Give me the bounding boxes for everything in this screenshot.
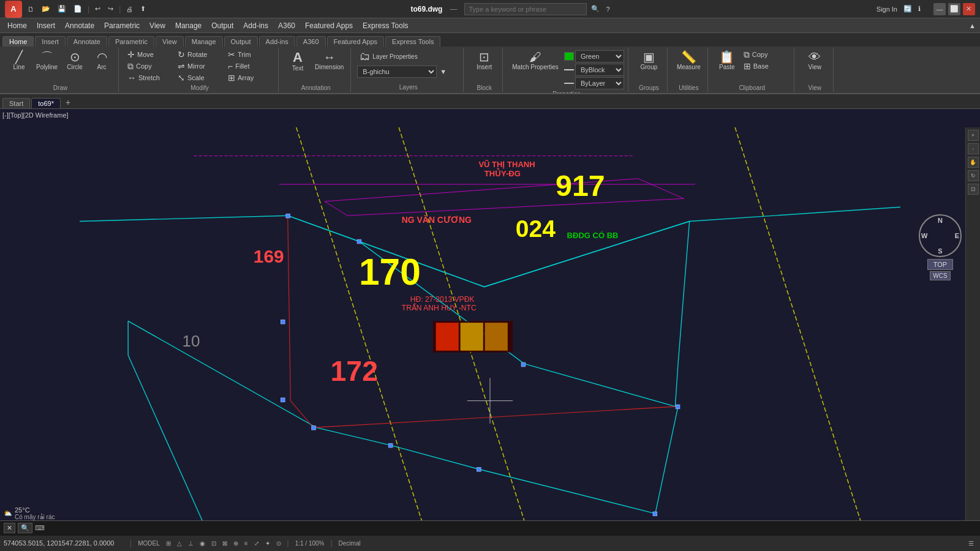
extents-btn[interactable]: ⊡ xyxy=(968,184,979,195)
model-btn[interactable]: MODEL xyxy=(135,537,162,549)
stretch-btn[interactable]: ↔ Stretch xyxy=(125,72,174,83)
menu-addins[interactable]: Add-ins xyxy=(238,20,273,31)
paste-btn[interactable]: 📋 Paste xyxy=(714,49,740,83)
menu-home[interactable]: Home xyxy=(2,20,32,31)
sel-btn[interactable]: ⊙ xyxy=(274,537,284,549)
orbit-btn[interactable]: ↻ xyxy=(968,170,979,181)
ribbon-toggle[interactable]: ▲ xyxy=(967,21,978,30)
print-btn[interactable]: 🖨 xyxy=(124,5,135,13)
qp-btn[interactable]: ✦ xyxy=(263,537,273,549)
cmd-close-btn[interactable]: ✕ xyxy=(4,523,15,533)
tab-output[interactable]: Output xyxy=(224,36,258,47)
search-btn[interactable]: 🔍 xyxy=(589,4,601,13)
menu-insert[interactable]: Insert xyxy=(32,20,60,31)
tab-view[interactable]: View xyxy=(156,36,184,47)
canvas-area[interactable]: VŨ THỊ THANH THỦY-ĐG 917 NG VĂN CƯƠNG 02… xyxy=(0,127,980,520)
group-btn[interactable]: ▣ Group xyxy=(635,49,663,83)
mirror-btn[interactable]: ⇌ Mirror xyxy=(175,61,224,72)
tab-parametric[interactable]: Parametric xyxy=(108,36,154,47)
linetype2-dropdown[interactable]: ByLayer xyxy=(575,77,624,89)
arc-btn[interactable]: ◠ Arc xyxy=(89,49,115,83)
insert-btn[interactable]: ⊡ Insert xyxy=(470,49,499,83)
restore-btn[interactable]: ⬜ xyxy=(948,3,960,15)
tspace-btn[interactable]: ⤢ xyxy=(252,537,262,549)
grid-btn[interactable]: ⊞ xyxy=(164,537,173,549)
polyline-btn[interactable]: ⌒ Polyline xyxy=(33,49,61,83)
dynin-btn[interactable]: ⊕ xyxy=(231,537,241,549)
osnap-btn[interactable]: ⊡ xyxy=(209,537,219,549)
menu-a360[interactable]: A360 xyxy=(273,20,300,31)
menu-manage[interactable]: Manage xyxy=(170,20,206,31)
search-input[interactable] xyxy=(464,3,587,15)
tab-annotate[interactable]: Annotate xyxy=(67,36,107,47)
menu-parametric[interactable]: Parametric xyxy=(99,20,145,31)
menu-annotate[interactable]: Annotate xyxy=(60,20,99,31)
menu-output[interactable]: Output xyxy=(206,20,238,31)
linetype1-dropdown[interactable]: ByBlock xyxy=(575,64,624,76)
zoom-in-btn[interactable]: + xyxy=(968,130,979,141)
redo-btn[interactable]: ↪ xyxy=(106,4,115,13)
array-btn[interactable]: ⊞ Array xyxy=(225,72,274,83)
copy-btn[interactable]: ⧉ Copy xyxy=(125,61,174,72)
saveas-btn[interactable]: 📄 xyxy=(72,4,84,13)
match-properties-btn[interactable]: 🖌 Match Properties xyxy=(509,49,562,83)
lweight-btn[interactable]: ≡ xyxy=(242,537,251,549)
sync-btn[interactable]: 🔄 xyxy=(902,4,914,13)
layer-dropdown[interactable]: B-ghichu xyxy=(357,66,437,78)
rotate-btn[interactable]: ↻ Rotate xyxy=(175,49,224,60)
polar-btn[interactable]: ◉ xyxy=(197,537,208,549)
line-btn[interactable]: ╱ Line xyxy=(6,49,32,83)
minimize-btn[interactable]: — xyxy=(933,3,946,15)
move-btn[interactable]: ✛ Move xyxy=(125,49,174,60)
copy2-btn[interactable]: ⧉ Copy xyxy=(741,49,790,60)
open-btn[interactable]: 📂 xyxy=(40,4,52,13)
info-btn[interactable]: ℹ xyxy=(916,4,922,13)
dimension-btn[interactable]: ↔ Dimension xyxy=(312,49,347,83)
fillet-btn[interactable]: ⌐ Fillet xyxy=(225,61,274,72)
menu-featured[interactable]: Featured Apps xyxy=(300,20,358,31)
tab-addins[interactable]: Add-ins xyxy=(259,36,295,47)
scale-btn[interactable]: ⤡ Scale xyxy=(175,72,224,83)
undo-btn[interactable]: ↩ xyxy=(93,4,102,13)
color-dropdown[interactable]: Green xyxy=(575,50,624,62)
snap-btn[interactable]: △ xyxy=(175,537,184,549)
measure-btn[interactable]: 📏 Measure xyxy=(674,49,704,83)
annotation-scale-btn[interactable]: 1:1 / 100% xyxy=(293,537,327,549)
otrack-btn[interactable]: ⊠ xyxy=(220,537,230,549)
tab-home[interactable]: Home xyxy=(2,36,34,47)
tab-a360[interactable]: A360 xyxy=(296,36,326,47)
tab-express[interactable]: Express Tools xyxy=(385,36,440,47)
tab-manage[interactable]: Manage xyxy=(185,36,223,47)
zoom-out-btn[interactable]: - xyxy=(968,143,979,154)
tab-insert[interactable]: Insert xyxy=(35,36,66,47)
units-btn[interactable]: Decimal xyxy=(336,537,363,549)
title-bar-center: to69.dwg — 🔍 ? xyxy=(410,3,611,15)
command-input[interactable] xyxy=(50,525,976,532)
trim-btn[interactable]: ✂ Trim xyxy=(225,49,274,60)
menu-view[interactable]: View xyxy=(145,20,170,31)
tab-add-btn[interactable]: + xyxy=(62,96,74,108)
text-btn[interactable]: A Text xyxy=(285,49,311,83)
help-icon-btn[interactable]: ? xyxy=(604,5,611,13)
publish-btn[interactable]: ⬆ xyxy=(138,4,148,13)
close-btn[interactable]: ✕ xyxy=(963,3,975,15)
new-btn[interactable]: 🗋 xyxy=(26,5,36,13)
circle-btn[interactable]: ⊙ Circle xyxy=(62,49,88,83)
sign-in-btn[interactable]: Sign In xyxy=(875,5,899,13)
acad-logo[interactable]: A xyxy=(5,1,22,18)
tab-featured[interactable]: Featured Apps xyxy=(327,36,385,47)
view-btn[interactable]: 👁 View xyxy=(801,49,829,83)
save-btn[interactable]: 💾 xyxy=(56,4,68,13)
base-btn[interactable]: ⊞ Base xyxy=(741,61,790,72)
ortho-btn[interactable]: ⊥ xyxy=(186,537,196,549)
layer-properties-btn[interactable]: 🗂 Layer Properties xyxy=(357,49,420,64)
pan-btn[interactable]: ✋ xyxy=(968,157,979,168)
compass-wcs-btn[interactable]: WCS xyxy=(930,271,950,280)
cmd-search-btn[interactable]: 🔍 xyxy=(18,523,32,533)
menu-express[interactable]: Express Tools xyxy=(358,20,413,31)
layer-dropdown-arrow[interactable]: ▼ xyxy=(438,67,448,76)
customization-btn[interactable]: ☰ xyxy=(966,537,976,549)
tab-start[interactable]: Start xyxy=(2,98,30,108)
compass-top-btn[interactable]: TOP xyxy=(927,259,953,270)
tab-file[interactable]: to69* xyxy=(31,98,61,108)
